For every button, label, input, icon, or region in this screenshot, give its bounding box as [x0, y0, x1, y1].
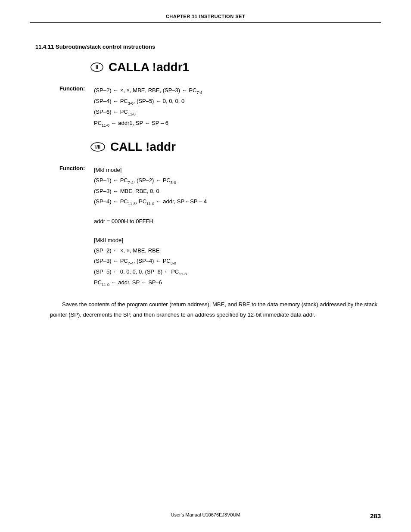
- function-body: (SP–2) ← ×, ×, MBE, RBE, (SP–3) ← PC7-4(…: [94, 85, 202, 129]
- mode-icon-i-ii: I/II: [90, 142, 105, 152]
- function-line: (SP–1) ← PC7-4, (SP–2) ← PC3-0: [94, 175, 207, 186]
- function-line: PC11-0 ← addr1, SP ← SP – 6: [94, 118, 202, 129]
- function-line: (SP–4) ← PC3-0, (SP–5) ← 0, 0, 0, 0: [94, 96, 202, 107]
- function-label: Function:: [59, 165, 94, 288]
- chapter-header: CHAPTER 11 INSTRUCTION SET: [30, 14, 381, 22]
- instruction-title: CALL !addr: [110, 140, 176, 154]
- svg-text:I/II: I/II: [95, 144, 100, 149]
- instruction-heading-calla: II CALLA !addr1: [90, 60, 381, 74]
- function-line: PC11-0 ← addr, SP ← SP–6: [94, 277, 207, 288]
- function-line: (SP–6) ← PC11-8: [94, 107, 202, 118]
- mode-icon-ii: II: [90, 62, 103, 72]
- mode-heading: [MkII mode]: [94, 235, 207, 246]
- mode-heading: [MkI mode]: [94, 165, 207, 175]
- section-heading: 11.4.11 Subroutine/stack control instruc…: [35, 44, 381, 50]
- header-rule: [30, 22, 381, 23]
- page-number: 283: [370, 512, 381, 520]
- function-block-calla: Function: (SP–2) ← ×, ×, MBE, RBE, (SP–3…: [59, 85, 381, 129]
- function-block-call: Function: [MkI mode] (SP–1) ← PC7-4, (SP…: [59, 165, 381, 288]
- instruction-heading-call: I/II CALL !addr: [90, 140, 381, 154]
- function-line: (SP–2) ← ×, ×, MBE, RBE, (SP–3) ← PC7-4: [94, 85, 202, 96]
- svg-text:II: II: [96, 64, 99, 70]
- addr-range: addr = 0000H to 0FFFH: [94, 216, 207, 227]
- function-body: [MkI mode] (SP–1) ← PC7-4, (SP–2) ← PC3-…: [94, 165, 207, 288]
- footer-text: User's Manual U10676EJ3V0UM: [171, 512, 240, 517]
- function-line: (SP–3) ← MBE, RBE, 0, 0: [94, 186, 207, 196]
- instruction-title: CALLA !addr1: [109, 60, 189, 74]
- description-paragraph: Saves the contents of the program counte…: [50, 299, 381, 320]
- page-footer: User's Manual U10676EJ3V0UM 283: [0, 512, 411, 517]
- function-line: (SP–4) ← PC11-8, PC11-0 ← addr, SP←SP – …: [94, 196, 207, 207]
- function-line: (SP–5) ← 0, 0, 0, 0, (SP–6) ← PC11-8: [94, 267, 207, 277]
- function-line: (SP–3) ← PC7-4, (SP–4) ← PC3-0: [94, 256, 207, 267]
- function-label: Function:: [59, 85, 94, 129]
- function-lines: (SP–2) ← ×, ×, MBE, RBE(SP–3) ← PC7-4, (…: [94, 246, 207, 289]
- function-lines: (SP–1) ← PC7-4, (SP–2) ← PC3-0(SP–3) ← M…: [94, 175, 207, 208]
- function-line: (SP–2) ← ×, ×, MBE, RBE: [94, 246, 207, 256]
